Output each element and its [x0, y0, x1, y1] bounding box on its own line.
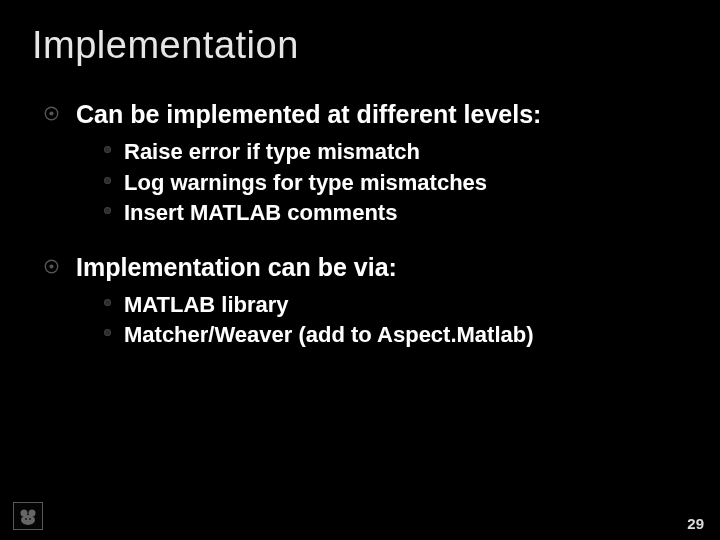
slide-content: Can be implemented at different levels: …	[0, 67, 720, 350]
dot-bullet-icon	[104, 329, 111, 336]
sub-bullet-item: Log warnings for type mismatches	[104, 169, 700, 198]
sub-list: Raise error if type mismatch Log warning…	[76, 138, 700, 228]
sub-bullet-item: Insert MATLAB comments	[104, 199, 700, 228]
sub-bullet-text: Matcher/Weaver (add to Aspect.Matlab)	[124, 321, 700, 350]
bullet-text: Can be implemented at different levels:	[76, 99, 700, 130]
footer-logo	[13, 502, 43, 530]
sub-bullet-item: Raise error if type mismatch	[104, 138, 700, 167]
svg-point-6	[29, 510, 36, 517]
svg-point-4	[21, 515, 35, 525]
dot-bullet-icon	[104, 207, 111, 214]
dot-bullet-icon	[104, 299, 111, 306]
svg-point-1	[49, 111, 53, 115]
bullet-text: Implementation can be via:	[76, 252, 700, 283]
sub-bullet-text: Log warnings for type mismatches	[124, 169, 700, 198]
sub-bullet-text: MATLAB library	[124, 291, 700, 320]
sub-bullet-item: Matcher/Weaver (add to Aspect.Matlab)	[104, 321, 700, 350]
target-bullet-icon	[44, 106, 59, 121]
bullet-item: Can be implemented at different levels: …	[44, 99, 700, 228]
dot-bullet-icon	[104, 146, 111, 153]
svg-point-8	[29, 518, 31, 520]
svg-point-5	[21, 510, 28, 517]
svg-point-3	[49, 264, 53, 268]
slide-title: Implementation	[0, 0, 720, 67]
svg-point-7	[25, 518, 27, 520]
sub-bullet-text: Raise error if type mismatch	[124, 138, 700, 167]
bullet-item: Implementation can be via: MATLAB librar…	[44, 252, 700, 350]
sub-list: MATLAB library Matcher/Weaver (add to As…	[76, 291, 700, 350]
dot-bullet-icon	[104, 177, 111, 184]
target-bullet-icon	[44, 259, 59, 274]
sub-bullet-item: MATLAB library	[104, 291, 700, 320]
page-number: 29	[687, 515, 704, 532]
sub-bullet-text: Insert MATLAB comments	[124, 199, 700, 228]
